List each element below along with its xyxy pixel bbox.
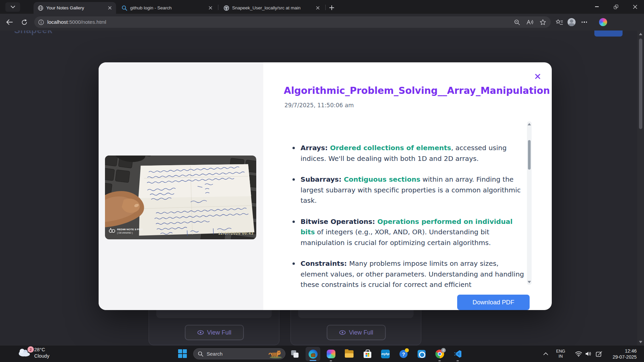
volume-status[interactable]	[585, 346, 592, 362]
view-full-label: View Full	[207, 329, 231, 336]
tab-separator	[218, 5, 218, 10]
window-close-button[interactable]	[627, 0, 643, 13]
tab-snapeek-github[interactable]: Snapeek_User_locally/src at main	[219, 2, 324, 14]
myhp-button[interactable]: myhp	[380, 349, 390, 359]
taskbar-search[interactable]: Search	[193, 348, 285, 359]
microsoft-store-button[interactable]	[362, 349, 372, 359]
handwritten-note-photo: REDMI NOTE 9 PRO ( DEVANAND ) 12/07/2025…	[105, 156, 256, 239]
bullet-text: of integers (e.g., XOR, AND, OR). Unders…	[301, 228, 491, 247]
watermark-owner: ( DEVANAND )	[117, 232, 133, 234]
weather-temp: 28°C	[34, 347, 49, 353]
file-explorer-button[interactable]	[344, 349, 354, 359]
dimmed-primary-button[interactable]	[594, 31, 623, 37]
globe-icon	[38, 5, 44, 11]
note-bullet: Constraints: Many problems impose limits…	[292, 258, 527, 290]
tab-close-button[interactable]	[107, 5, 113, 11]
edge-active-indicator	[310, 360, 316, 361]
window-minimize-button[interactable]	[589, 0, 604, 13]
refresh-icon	[21, 19, 28, 25]
scroll-down-arrow-icon[interactable]	[639, 341, 642, 343]
scroll-up-arrow-icon[interactable]	[528, 123, 531, 125]
modal-scrollbar-thumb[interactable]	[528, 140, 531, 170]
back-arrow-icon	[6, 19, 13, 25]
profile-avatar[interactable]	[566, 17, 577, 27]
star-list-icon	[556, 19, 563, 25]
pen-ink-status[interactable]	[596, 346, 602, 362]
tab-close-button[interactable]	[315, 5, 321, 11]
chrome-button[interactable]: d	[435, 349, 445, 359]
download-pdf-button[interactable]: Download PDF	[457, 295, 530, 310]
window-restore-button[interactable]	[608, 0, 624, 13]
outlook-button[interactable]	[417, 349, 427, 359]
clock-widget[interactable]: 12:4629-07-2025	[608, 346, 637, 362]
avatar-icon	[568, 18, 576, 26]
github-icon	[223, 5, 229, 11]
refresh-button[interactable]	[19, 17, 30, 27]
bullet-lead: Bitwise Operations:	[301, 218, 377, 226]
close-icon	[209, 6, 212, 10]
task-view-button[interactable]	[290, 349, 300, 359]
wifi-icon	[575, 351, 582, 357]
page-scrollbar-thumb[interactable]	[639, 39, 642, 129]
tab-title: Snapeek_User_locally/src at main	[232, 5, 312, 10]
address-bar[interactable]: localhost:5000/notes.html	[34, 16, 551, 28]
running-indicator	[457, 360, 459, 361]
zoom-out-icon[interactable]	[514, 19, 520, 25]
note-detail-modal: REDMI NOTE 9 PRO ( DEVANAND ) 12/07/2025…	[99, 62, 552, 310]
page-scrollbar[interactable]	[637, 31, 644, 346]
bullet-lead: Constraints:	[301, 259, 349, 267]
bullet-lead: Arrays:	[301, 144, 330, 152]
outlook-icon	[418, 350, 426, 358]
view-full-button[interactable]: View Full	[327, 325, 386, 340]
read-aloud-icon[interactable]	[526, 19, 534, 25]
scroll-down-arrow-icon[interactable]	[528, 281, 531, 283]
lang-line1: ENG	[556, 349, 565, 354]
eye-icon	[197, 330, 204, 335]
vscode-icon	[454, 350, 462, 358]
tab-github-login-search[interactable]: github login - Search	[117, 2, 217, 14]
copilot-button[interactable]	[326, 349, 336, 359]
chrome-icon: d	[435, 350, 444, 358]
tab-title: github login - Search	[130, 5, 205, 10]
running-indicator	[330, 360, 332, 361]
bullet-dot-icon	[292, 221, 295, 223]
scroll-up-arrow-icon[interactable]	[639, 33, 642, 35]
weather-widget[interactable]: 2 28°C Cloudy	[17, 347, 49, 359]
myhp-icon: myhp	[381, 350, 390, 358]
watermark-device: REDMI NOTE 9 PRO	[117, 228, 143, 231]
start-button[interactable]	[178, 349, 187, 358]
view-full-button[interactable]: View Full	[185, 325, 244, 340]
url-path: :5000/notes.html	[68, 19, 106, 25]
modal-scrollbar[interactable]	[527, 121, 532, 285]
site-info-icon[interactable]	[38, 19, 44, 25]
tray-date: 29-07-2025	[612, 354, 637, 360]
wifi-status[interactable]	[575, 346, 582, 362]
favorites-bar-icon[interactable]	[554, 17, 565, 27]
edge-icon	[309, 350, 318, 359]
weather-condition: Cloudy	[34, 353, 49, 359]
search-highlight-tiger-image	[268, 349, 283, 359]
favorite-star-icon[interactable]	[540, 19, 546, 25]
url-text[interactable]: localhost:5000/notes.html	[47, 19, 106, 25]
tab-close-button[interactable]	[207, 5, 213, 11]
modal-image-panel: REDMI NOTE 9 PRO ( DEVANAND ) 12/07/2025…	[99, 62, 263, 310]
tab-title: Your Notes Gallery	[46, 5, 104, 10]
notification-dot	[405, 348, 409, 352]
language-indicator[interactable]: ENGIN	[556, 346, 565, 362]
store-bag-icon	[364, 352, 371, 358]
tab-search-button[interactable]	[5, 2, 20, 12]
tab-your-notes-gallery[interactable]: Your Notes Gallery	[34, 2, 116, 14]
edge-browser-button-active[interactable]	[306, 347, 320, 361]
modal-close-button[interactable]	[532, 70, 544, 82]
url-host: localhost	[47, 19, 68, 25]
new-tab-button[interactable]	[327, 3, 336, 12]
screen: Snapeek View Full View Full	[0, 0, 644, 362]
note-bullet: Arrays: Ordered collections of elements,…	[292, 143, 527, 164]
vscode-button[interactable]	[453, 349, 463, 359]
settings-more-button[interactable]	[579, 17, 590, 27]
get-help-button[interactable]: ?	[398, 349, 409, 359]
back-button[interactable]	[4, 17, 15, 27]
copilot-button[interactable]	[598, 17, 608, 27]
bullet-dot-icon	[292, 147, 295, 149]
tray-show-hidden-icons[interactable]	[543, 346, 548, 362]
